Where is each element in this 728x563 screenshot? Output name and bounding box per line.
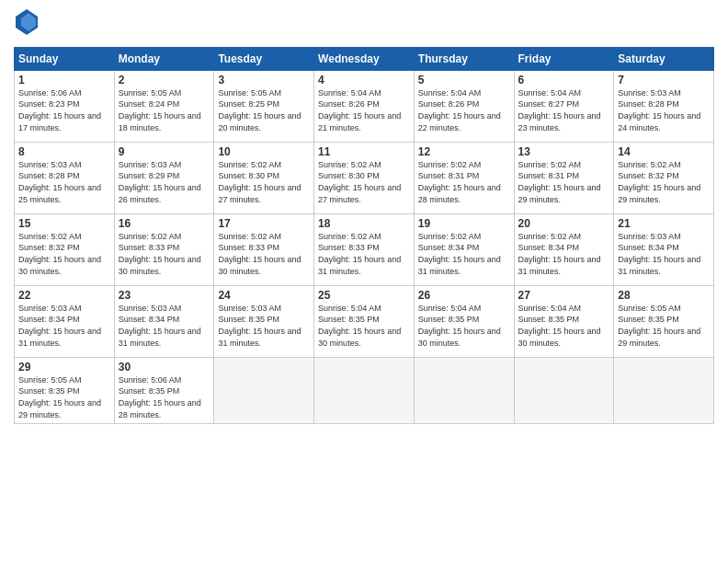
weekday-header: Thursday: [414, 47, 514, 70]
calendar-day-cell: 21 Sunrise: 5:03 AMSunset: 8:34 PMDaylig…: [614, 213, 714, 285]
weekday-header: Monday: [114, 47, 214, 70]
day-info: Sunrise: 5:02 AMSunset: 8:33 PMDaylight:…: [218, 231, 310, 277]
day-info: Sunrise: 5:04 AMSunset: 8:27 PMDaylight:…: [518, 87, 610, 133]
calendar-day-cell: 25 Sunrise: 5:04 AMSunset: 8:35 PMDaylig…: [314, 285, 415, 357]
calendar-day-cell: 3 Sunrise: 5:05 AMSunset: 8:25 PMDayligh…: [214, 70, 314, 142]
logo: [14, 9, 38, 40]
calendar-day-cell: [614, 357, 714, 423]
day-info: Sunrise: 5:03 AMSunset: 8:34 PMDaylight:…: [618, 231, 710, 277]
day-info: Sunrise: 5:04 AMSunset: 8:26 PMDaylight:…: [418, 87, 510, 133]
day-number: 14: [618, 145, 710, 158]
day-number: 9: [119, 145, 210, 158]
calendar-day-cell: 9 Sunrise: 5:03 AMSunset: 8:29 PMDayligh…: [114, 142, 214, 213]
calendar-day-cell: [314, 357, 415, 423]
calendar-day-cell: 10 Sunrise: 5:02 AMSunset: 8:30 PMDaylig…: [214, 142, 314, 213]
day-info: Sunrise: 5:02 AMSunset: 8:34 PMDaylight:…: [418, 231, 510, 277]
day-number: 11: [318, 145, 410, 158]
day-number: 3: [218, 74, 310, 86]
calendar-day-cell: 1 Sunrise: 5:06 AMSunset: 8:23 PMDayligh…: [15, 70, 115, 142]
day-info: Sunrise: 5:05 AMSunset: 8:35 PMDaylight:…: [18, 374, 110, 420]
calendar-week-row: 15 Sunrise: 5:02 AMSunset: 8:32 PMDaylig…: [15, 213, 714, 285]
calendar-day-cell: 13 Sunrise: 5:02 AMSunset: 8:31 PMDaylig…: [514, 142, 614, 213]
day-info: Sunrise: 5:02 AMSunset: 8:32 PMDaylight:…: [618, 159, 710, 205]
day-number: 4: [318, 74, 410, 86]
calendar-day-cell: [214, 357, 314, 423]
day-number: 6: [518, 74, 610, 86]
calendar-day-cell: 27 Sunrise: 5:04 AMSunset: 8:35 PMDaylig…: [514, 285, 614, 357]
day-info: Sunrise: 5:03 AMSunset: 8:29 PMDaylight:…: [119, 159, 210, 205]
calendar-day-cell: 16 Sunrise: 5:02 AMSunset: 8:33 PMDaylig…: [114, 213, 214, 285]
day-number: 30: [119, 361, 210, 373]
weekday-header: Wednesday: [314, 47, 415, 70]
day-number: 29: [18, 361, 110, 373]
calendar-day-cell: 8 Sunrise: 5:03 AMSunset: 8:28 PMDayligh…: [15, 142, 115, 213]
calendar-day-cell: 20 Sunrise: 5:02 AMSunset: 8:34 PMDaylig…: [514, 213, 614, 285]
day-number: 28: [618, 289, 710, 302]
weekday-header: Sunday: [15, 47, 115, 70]
weekday-header-row: SundayMondayTuesdayWednesdayThursdayFrid…: [15, 47, 714, 70]
day-info: Sunrise: 5:03 AMSunset: 8:34 PMDaylight:…: [119, 303, 210, 349]
day-number: 25: [318, 289, 410, 302]
day-number: 13: [518, 145, 610, 158]
weekday-header: Friday: [514, 47, 614, 70]
day-info: Sunrise: 5:03 AMSunset: 8:35 PMDaylight:…: [218, 303, 310, 349]
day-info: Sunrise: 5:03 AMSunset: 8:28 PMDaylight:…: [18, 159, 110, 205]
day-number: 19: [418, 217, 510, 230]
day-info: Sunrise: 5:06 AMSunset: 8:35 PMDaylight:…: [119, 374, 210, 420]
calendar-day-cell: 6 Sunrise: 5:04 AMSunset: 8:27 PMDayligh…: [514, 70, 614, 142]
day-number: 15: [18, 217, 110, 230]
day-number: 10: [218, 145, 310, 158]
day-info: Sunrise: 5:02 AMSunset: 8:30 PMDaylight:…: [218, 159, 310, 205]
day-number: 22: [18, 289, 110, 302]
day-info: Sunrise: 5:02 AMSunset: 8:30 PMDaylight:…: [318, 159, 410, 205]
day-number: 27: [518, 289, 610, 302]
calendar-day-cell: 4 Sunrise: 5:04 AMSunset: 8:26 PMDayligh…: [314, 70, 415, 142]
day-number: 7: [618, 74, 710, 86]
calendar-day-cell: 29 Sunrise: 5:05 AMSunset: 8:35 PMDaylig…: [15, 357, 115, 423]
calendar-week-row: 22 Sunrise: 5:03 AMSunset: 8:34 PMDaylig…: [15, 285, 714, 357]
day-info: Sunrise: 5:04 AMSunset: 8:35 PMDaylight:…: [518, 303, 610, 349]
day-number: 26: [418, 289, 510, 302]
calendar-day-cell: 12 Sunrise: 5:02 AMSunset: 8:31 PMDaylig…: [414, 142, 514, 213]
calendar-day-cell: 7 Sunrise: 5:03 AMSunset: 8:28 PMDayligh…: [614, 70, 714, 142]
calendar-week-row: 8 Sunrise: 5:03 AMSunset: 8:28 PMDayligh…: [15, 142, 714, 213]
day-number: 21: [618, 217, 710, 230]
day-info: Sunrise: 5:02 AMSunset: 8:31 PMDaylight:…: [518, 159, 610, 205]
calendar-day-cell: 5 Sunrise: 5:04 AMSunset: 8:26 PMDayligh…: [414, 70, 514, 142]
day-info: Sunrise: 5:03 AMSunset: 8:34 PMDaylight:…: [18, 303, 110, 349]
page-container: SundayMondayTuesdayWednesdayThursdayFrid…: [0, 0, 728, 433]
day-number: 8: [18, 145, 110, 158]
calendar-day-cell: 30 Sunrise: 5:06 AMSunset: 8:35 PMDaylig…: [114, 357, 214, 423]
day-number: 2: [119, 74, 210, 86]
calendar-day-cell: 28 Sunrise: 5:05 AMSunset: 8:35 PMDaylig…: [614, 285, 714, 357]
calendar-day-cell: 26 Sunrise: 5:04 AMSunset: 8:35 PMDaylig…: [414, 285, 514, 357]
day-number: 12: [418, 145, 510, 158]
day-number: 17: [218, 217, 310, 230]
day-info: Sunrise: 5:05 AMSunset: 8:24 PMDaylight:…: [119, 87, 210, 133]
weekday-header: Tuesday: [214, 47, 314, 70]
day-info: Sunrise: 5:02 AMSunset: 8:31 PMDaylight:…: [418, 159, 510, 205]
day-number: 16: [119, 217, 210, 230]
day-number: 23: [119, 289, 210, 302]
day-info: Sunrise: 5:05 AMSunset: 8:25 PMDaylight:…: [218, 87, 310, 133]
header: [14, 9, 714, 40]
day-info: Sunrise: 5:06 AMSunset: 8:23 PMDaylight:…: [18, 87, 110, 133]
day-info: Sunrise: 5:02 AMSunset: 8:33 PMDaylight:…: [119, 231, 210, 277]
calendar-day-cell: 2 Sunrise: 5:05 AMSunset: 8:24 PMDayligh…: [114, 70, 214, 142]
calendar-day-cell: 14 Sunrise: 5:02 AMSunset: 8:32 PMDaylig…: [614, 142, 714, 213]
calendar-day-cell: 19 Sunrise: 5:02 AMSunset: 8:34 PMDaylig…: [414, 213, 514, 285]
calendar-day-cell: 23 Sunrise: 5:03 AMSunset: 8:34 PMDaylig…: [114, 285, 214, 357]
calendar-day-cell: 11 Sunrise: 5:02 AMSunset: 8:30 PMDaylig…: [314, 142, 415, 213]
day-info: Sunrise: 5:02 AMSunset: 8:33 PMDaylight:…: [318, 231, 410, 277]
day-info: Sunrise: 5:05 AMSunset: 8:35 PMDaylight:…: [618, 303, 710, 349]
day-info: Sunrise: 5:03 AMSunset: 8:28 PMDaylight:…: [618, 87, 710, 133]
calendar-table: SundayMondayTuesdayWednesdayThursdayFrid…: [14, 47, 714, 424]
day-number: 1: [18, 74, 110, 86]
day-info: Sunrise: 5:04 AMSunset: 8:35 PMDaylight:…: [418, 303, 510, 349]
calendar-day-cell: [414, 357, 514, 423]
calendar-day-cell: 24 Sunrise: 5:03 AMSunset: 8:35 PMDaylig…: [214, 285, 314, 357]
day-number: 24: [218, 289, 310, 302]
day-number: 18: [318, 217, 410, 230]
logo-icon: [16, 9, 38, 35]
calendar-week-row: 1 Sunrise: 5:06 AMSunset: 8:23 PMDayligh…: [15, 70, 714, 142]
